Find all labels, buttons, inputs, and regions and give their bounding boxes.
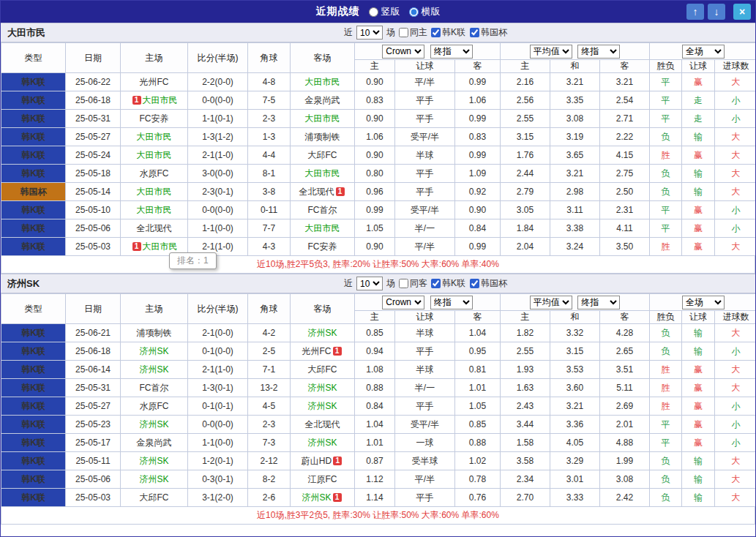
matches-table: 类型 日期 主场 比分(半场) 角球 客场 Crown 终指 平均值 终指 (1, 42, 756, 256)
score-cell: 3-1(2-0) (188, 489, 248, 507)
goals-cell: 大 (715, 165, 756, 183)
team-name: FC首尔 (140, 383, 169, 393)
avg-draw-cell: 3.21 (550, 397, 600, 416)
match-count-select[interactable]: 10 (356, 277, 383, 290)
team-name: 大邱FC (308, 150, 337, 160)
match-row: 韩K联25-05-23济州SK0-0(0-0)2-3全北现代1.04受平/半0.… (1, 416, 756, 434)
league-checkbox[interactable] (431, 28, 441, 37)
handicap-result-cell: 输 (682, 128, 715, 146)
avg-draw-cell: 3.08 (550, 110, 600, 128)
match-row: 韩K联25-05-03大邱FC3-1(2-0)2-6济州SK11.14平手0.7… (1, 489, 756, 507)
date-cell: 25-05-23 (66, 416, 121, 434)
league-filter[interactable]: 韩国杯 (470, 26, 507, 39)
horizontal-layout-radio[interactable] (409, 7, 419, 17)
subcol-avg-draw: 和 (550, 60, 600, 73)
date-cell: 25-06-14 (66, 361, 121, 379)
handicap-result-cell: 输 (682, 470, 715, 489)
home-team-cell: 光州FC (121, 73, 188, 91)
league-checkbox[interactable] (470, 28, 479, 37)
league-cell: 韩K联 (1, 342, 66, 361)
goals-cell: 小 (715, 397, 756, 416)
corner-cell: 8-1 (248, 165, 291, 183)
rank-badge[interactable]: 1 (132, 242, 141, 251)
league-filter-label: 韩国杯 (481, 26, 507, 39)
europe-index-select[interactable]: 终指 (577, 296, 620, 309)
asian-away-odds-cell: 0.83 (455, 128, 501, 146)
result-cell: 胜 (650, 379, 682, 397)
date-cell: 25-05-06 (66, 219, 121, 238)
rank-badge[interactable]: 1 (333, 493, 342, 502)
asian-away-odds-cell: 0.99 (455, 238, 501, 256)
team-name: 大田市民 (137, 150, 172, 160)
match-row: 韩K联25-05-24大田市民2-1(1-0)4-4大邱FC0.90半球0.99… (1, 146, 756, 165)
layout-option-vertical[interactable]: 竖版 (369, 5, 400, 18)
layout-option-horizontal[interactable]: 横版 (409, 5, 441, 18)
away-team-cell: 大邱FC (291, 361, 355, 379)
rank-badge[interactable]: 1 (336, 187, 345, 196)
league-checkbox[interactable] (470, 279, 479, 288)
team-name: FC安养 (140, 113, 169, 124)
corner-cell: 7-3 (248, 434, 291, 452)
league-filter[interactable]: 韩国杯 (470, 277, 507, 290)
same-side-filter[interactable]: 同主 (399, 26, 427, 39)
same-side-checkbox[interactable] (399, 28, 408, 37)
league-filter-label: 韩国杯 (481, 277, 507, 290)
scroll-down-button[interactable]: ↓ (708, 4, 725, 20)
asian-home-odds-cell: 0.83 (355, 91, 395, 110)
league-filter[interactable]: 韩K联 (431, 277, 465, 290)
average-select[interactable]: 平均值 (530, 296, 572, 309)
column-header-type: 类型 (1, 43, 66, 73)
score-cell: 2-2(0-0) (188, 73, 248, 91)
result-cell: 负 (650, 489, 682, 507)
subcol-goals: 进球数 (715, 60, 756, 73)
asian-index-select[interactable]: 终指 (430, 296, 473, 309)
date-cell: 25-05-31 (66, 379, 121, 397)
titlebar-buttons: ↑ ↓ × (686, 4, 751, 20)
match-row: 韩K联25-06-18济州SK0-1(0-0)2-5光州FC10.94平手0.9… (1, 342, 756, 361)
league-filter[interactable]: 韩K联 (431, 26, 465, 39)
page-title: 近期战绩 (316, 5, 360, 18)
average-select[interactable]: 平均值 (530, 45, 572, 59)
league-checkbox[interactable] (431, 279, 441, 288)
bookmaker-select[interactable]: Crown (382, 296, 424, 309)
league-cell: 韩K联 (1, 470, 66, 489)
score-cell: 3-0(0-0) (188, 165, 248, 183)
scope-select[interactable]: 全场 (682, 45, 725, 59)
league-cell: 韩K联 (1, 165, 66, 183)
scroll-up-button[interactable]: ↑ (686, 4, 704, 20)
rank-badge[interactable]: 1 (333, 347, 342, 356)
asian-away-odds-cell: 0.81 (455, 361, 501, 379)
same-side-filter[interactable]: 同客 (399, 277, 427, 290)
handicap-result-cell: 输 (682, 165, 715, 183)
avg-draw-cell: 3.32 (550, 324, 600, 342)
rank-badge[interactable]: 1 (132, 96, 141, 105)
handicap-cell: 平/半 (395, 238, 455, 256)
score-cell: 1-1(0-0) (188, 219, 248, 238)
bookmaker-select[interactable]: Crown (382, 45, 424, 59)
result-cell: 负 (650, 452, 682, 470)
handicap-result-cell: 走 (682, 110, 715, 128)
result-cell: 平 (650, 416, 682, 434)
asian-home-odds-cell: 0.99 (355, 201, 395, 219)
scope-select[interactable]: 全场 (682, 296, 725, 309)
rank-badge[interactable]: 1 (333, 457, 342, 465)
score-cell: 0-0(0-0) (188, 91, 248, 110)
europe-index-select[interactable]: 终指 (577, 45, 620, 59)
avg-home-cell: 1.93 (501, 361, 550, 379)
asian-home-odds-cell: 1.05 (355, 219, 395, 238)
goals-cell: 大 (715, 128, 756, 146)
avg-home-cell: 2.70 (501, 489, 550, 507)
date-cell: 25-05-17 (66, 434, 121, 452)
asian-index-select[interactable]: 终指 (430, 45, 473, 59)
vertical-layout-radio[interactable] (369, 7, 378, 17)
avg-away-cell: 4.11 (600, 219, 650, 238)
match-row: 韩K联25-05-31FC安养1-1(0-1)2-3大田市民0.90平手0.99… (1, 110, 756, 128)
match-count-select[interactable]: 10 (356, 26, 383, 40)
team-name: 济州SK (307, 328, 337, 338)
vertical-layout-label: 竖版 (381, 5, 400, 18)
avg-draw-cell: 2.98 (550, 183, 600, 201)
home-team-cell: 1大田市民 (121, 91, 188, 110)
asian-home-odds-cell: 1.14 (355, 489, 395, 507)
same-side-checkbox[interactable] (399, 279, 408, 288)
close-button[interactable]: × (733, 4, 751, 20)
